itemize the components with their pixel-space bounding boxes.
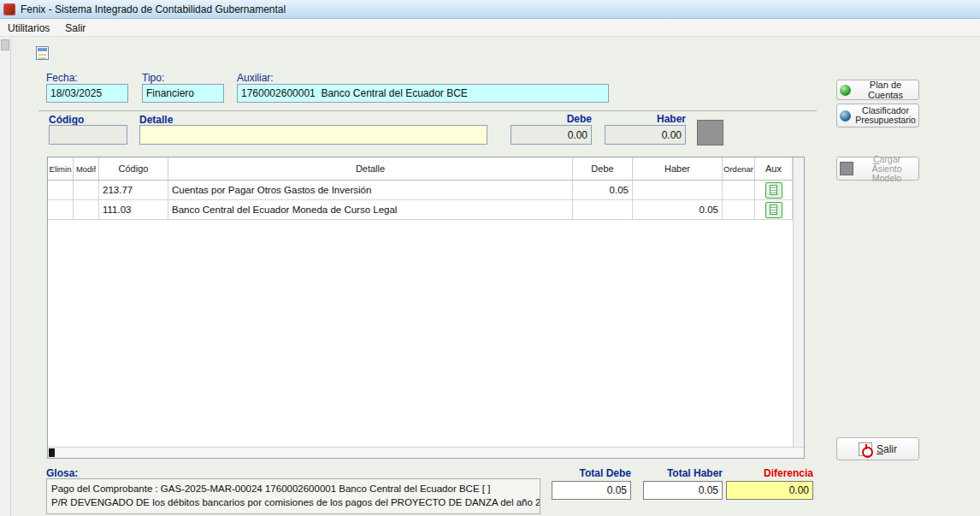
detalle-label: Detalle [139,114,173,126]
salir-label-accel: S [877,443,883,455]
cell-haber [633,181,723,199]
entry-action-button[interactable] [697,120,723,145]
clasificador-presupuestario-button[interactable]: Clasificador Presupuestario [836,104,919,128]
note-icon [770,205,777,215]
table-row[interactable]: 111.03 Banco Central del Ecuador Moneda … [48,200,804,220]
column-header-detalle[interactable]: Detalle [168,157,573,180]
entries-grid: Elimin Modif Código Detalle Debe Haber O… [47,157,805,459]
fecha-input[interactable] [46,84,128,103]
glosa-line-2: P/R DEVENGADO DE los débitos bancarios p… [51,495,535,509]
cell-debe: 0.05 [573,181,633,199]
cell-elimin[interactable] [48,181,74,199]
model-entry-icon [840,162,853,175]
salir-label: Salir [877,443,897,455]
cell-aux [755,181,793,199]
auxiliar-input[interactable] [237,84,609,103]
codigo-label: Código [49,114,84,126]
menu-utilitarios[interactable]: Utilitarios [0,21,57,36]
note-icon [770,185,777,195]
title-bar: Fenix - Sistema Integrado de Contabilida… [0,0,980,19]
blue-sphere-icon [840,110,851,122]
cell-modif[interactable] [74,181,99,199]
application-window: Fenix - Sistema Integrado de Contabilida… [0,0,980,516]
total-debe-label: Total Debe [552,467,631,479]
glosa-line-1: Pago del Comprobante : GAS-2025-MAR-0002… [51,482,535,495]
cell-modif[interactable] [74,200,99,219]
codigo-input[interactable] [49,125,127,145]
column-header-haber[interactable]: Haber [633,157,723,180]
clasificador-label: Clasificador Presupuestario [855,106,916,125]
column-header-modif[interactable]: Modif [74,157,99,180]
aux-detail-button[interactable] [765,202,782,218]
detalle-input[interactable] [139,125,487,145]
salir-label-rest: alir [883,443,897,455]
debe-input[interactable] [511,125,592,145]
haber-input[interactable] [605,125,686,145]
cell-aux [755,200,793,219]
column-header-elimin[interactable]: Elimin [48,157,74,180]
separator-line [38,110,817,111]
cell-codigo: 213.77 [99,181,168,199]
left-scrollbar-thumb[interactable] [1,39,9,50]
debe-label: Debe [511,113,592,125]
total-haber-label: Total Haber [643,467,723,479]
menu-bar: Utilitarios Salir [0,20,980,37]
cell-ordenar[interactable] [723,181,755,199]
plan-de-cuentas-label: Plan de Cuentas [855,80,916,100]
window-title: Fenix - Sistema Integrado de Contabilida… [21,3,286,15]
grid-vertical-scrollbar[interactable] [793,157,804,447]
left-scrollbar[interactable] [0,38,11,516]
fecha-label: Fecha: [46,72,78,84]
total-haber-value[interactable] [643,481,723,500]
cell-detalle: Banco Central del Ecuador Moneda de Curs… [168,200,573,219]
glosa-label: Glosa: [46,467,78,479]
haber-label: Haber [605,113,686,125]
column-header-ordenar[interactable]: Ordenar [723,157,755,180]
total-debe-value[interactable] [552,481,631,500]
cell-detalle: Cuentas por Pagar Otros Gastos de Invers… [168,181,573,199]
table-row[interactable]: 213.77 Cuentas por Pagar Otros Gastos de… [48,181,804,200]
diferencia-label: Diferencia [726,467,813,479]
tipo-label: Tipo: [142,72,164,84]
cell-haber: 0.05 [633,200,723,219]
document-icon[interactable] [36,46,49,60]
cell-ordenar[interactable] [723,200,755,219]
green-sphere-icon [840,85,851,96]
auxiliar-label: Auxiliar: [237,72,274,84]
app-icon [3,3,15,15]
grid-horizontal-scrollbar[interactable] [48,447,804,458]
menu-salir[interactable]: Salir [57,21,93,36]
salir-button[interactable]: Salir [836,437,919,460]
cargar-asiento-modelo-button[interactable]: Cargar Asiento Modelo [836,157,919,181]
cargar-label: Cargar Asiento Modelo [858,155,916,183]
tipo-input[interactable] [142,84,224,103]
cell-elimin[interactable] [48,200,74,219]
aux-detail-button[interactable] [765,182,782,199]
diferencia-value[interactable] [726,481,813,500]
exit-icon [859,442,872,456]
column-header-aux[interactable]: Aux [755,157,793,180]
column-header-debe[interactable]: Debe [573,157,633,180]
plan-de-cuentas-button[interactable]: Plan de Cuentas [836,80,919,100]
grid-header: Elimin Modif Código Detalle Debe Haber O… [48,157,804,181]
glosa-text[interactable]: Pago del Comprobante : GAS-2025-MAR-0002… [46,478,540,514]
grid-horizontal-scrollbar-thumb[interactable] [49,448,55,457]
column-header-codigo[interactable]: Código [99,157,168,180]
cell-debe [573,200,633,219]
cell-codigo: 111.03 [99,200,168,219]
